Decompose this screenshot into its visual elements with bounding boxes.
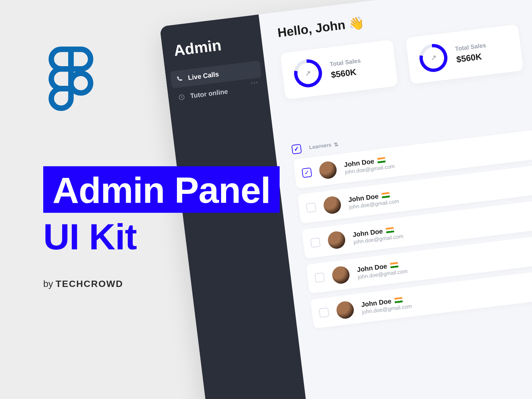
promo-title-line1: Admin Panel — [43, 166, 280, 213]
stat-label: Total Sales — [455, 42, 487, 53]
avatar — [327, 230, 346, 250]
promo-title-line2: UI Kit — [43, 215, 280, 259]
stat-card-total-sales-2[interactable]: ↗ Total Sales $560K — [406, 24, 524, 84]
flag-india-icon — [377, 157, 386, 163]
sidebar-item-label: Live Calls — [188, 70, 219, 81]
figma-logo-icon — [47, 47, 96, 121]
svg-point-0 — [71, 73, 90, 93]
user-meta: John Doejohn.doe@gmail.com — [348, 183, 455, 210]
user-meta: John Doejohn.doe@gmail.com — [356, 253, 464, 280]
sort-icon: ⇅ — [334, 141, 339, 148]
main-content: Hello, John 👋 ↗ Total Sales $560K ↗ Tota… — [259, 0, 532, 399]
row-checkbox[interactable]: ✓ — [302, 168, 312, 178]
clock-icon — [178, 93, 185, 101]
stat-value: $560K — [456, 51, 488, 65]
stat-card-total-sales-1[interactable]: ↗ Total Sales $560K — [280, 40, 398, 99]
sidebar-item-label: Tutor online — [190, 88, 228, 100]
flag-india-icon — [390, 262, 399, 268]
arrow-up-right-icon: ↗ — [430, 53, 437, 63]
select-all-checkbox[interactable]: ✓ — [291, 144, 302, 154]
flag-india-icon — [381, 192, 390, 199]
arrow-up-right-icon: ↗ — [305, 69, 312, 78]
row-checkbox[interactable] — [319, 308, 329, 318]
user-meta: John Doejohn.doe@gmail.com — [361, 288, 468, 315]
stat-value: $560K — [331, 66, 363, 80]
column-label: Learners — [309, 142, 332, 151]
flag-india-icon — [394, 297, 403, 303]
byline-prefix: by — [43, 279, 56, 289]
phone-icon — [176, 75, 183, 82]
row-checkbox[interactable] — [310, 237, 321, 248]
row-checkbox[interactable] — [315, 272, 325, 283]
flag-india-icon — [386, 227, 394, 233]
promo-title: Admin Panel UI Kit by TECHCROWD — [43, 166, 280, 289]
byline-brand: TECHCROWD — [56, 279, 123, 289]
more-icon[interactable]: ⋮ — [250, 79, 260, 88]
row-checkbox[interactable] — [306, 202, 316, 213]
user-meta: John Doejohn.doe@gmail.com — [343, 148, 451, 175]
progress-ring-icon: ↗ — [418, 43, 449, 74]
user-meta: John Doejohn.doe@gmail.com — [352, 218, 460, 245]
stat-label: Total Sales — [329, 57, 361, 68]
avatar — [323, 196, 342, 215]
promo-byline: by TECHCROWD — [43, 279, 280, 289]
progress-ring-icon: ↗ — [293, 58, 324, 89]
avatar — [331, 265, 350, 285]
avatar — [335, 300, 355, 320]
avatar — [318, 161, 337, 180]
